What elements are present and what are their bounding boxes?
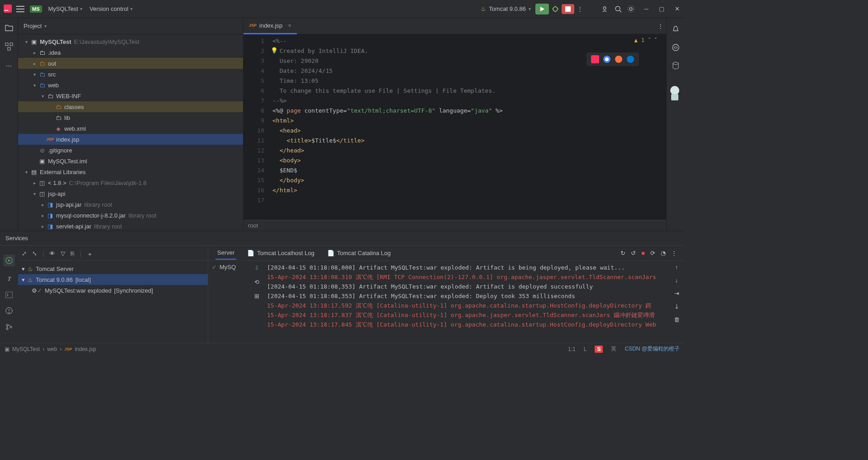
editor-breadcrumb[interactable]: root (243, 220, 666, 231)
tree-classes[interactable]: 🗀classes (18, 101, 243, 112)
chevron-down-icon[interactable]: ▾ (31, 72, 38, 77)
add-service-icon[interactable]: ＋ (87, 250, 93, 258)
ime-label[interactable]: 英 (611, 345, 616, 353)
tab-catalina-log[interactable]: 📄Tomcat Catalina Log (325, 247, 393, 259)
svc-tomcat-server[interactable]: ▾♨Tomcat Server (18, 263, 208, 274)
project-dropdown[interactable]: MySQLTest▾ (45, 4, 86, 14)
tree-webxml[interactable]: ◈web.xml (18, 123, 243, 134)
chevron-down-icon[interactable]: ▾ (31, 191, 38, 196)
tree-jar[interactable]: ▸◨mysql-connector-j-8.2.0.jarlibrary roo… (18, 210, 243, 221)
chevron-down-icon[interactable]: ▾ (22, 276, 25, 283)
problems-icon[interactable] (5, 307, 13, 314)
expand-all-icon[interactable]: ⤢ (22, 250, 27, 258)
inspection-badge[interactable]: ▲1˄˅ (634, 37, 657, 43)
scroll-down-icon[interactable]: ↓ (675, 277, 678, 284)
tree-src[interactable]: ▾🗀src (18, 69, 243, 80)
tree-jar[interactable]: ▸◨servlet-api.jarlibrary root (18, 221, 243, 231)
tree-idea[interactable]: ▸🗀.idea (18, 47, 243, 58)
tab-more-icon[interactable]: ⋮ (655, 20, 666, 32)
tree-lib[interactable]: 🗀lib (18, 112, 243, 123)
rerun-debug-icon[interactable]: ↺ (631, 250, 636, 256)
terminal-icon[interactable] (5, 292, 13, 298)
vcs-dropdown[interactable]: Version control▾ (86, 4, 136, 14)
search-icon[interactable] (612, 3, 625, 15)
chevron-down-icon[interactable]: ▾ (22, 266, 25, 272)
tree-jar[interactable]: ▸◨jsp-api.jarlibrary root (18, 199, 243, 210)
collapse-all-icon[interactable]: ⤡ (32, 250, 37, 258)
restart-icon[interactable]: ⟳ (650, 250, 655, 256)
notifications-icon[interactable] (672, 25, 680, 33)
deploy-icon[interactable]: ⇩ (254, 265, 259, 271)
edge-icon[interactable] (626, 55, 634, 63)
tree-gitignore[interactable]: ⊘.gitignore (18, 145, 243, 156)
clear-icon[interactable]: 🗑 (674, 316, 680, 323)
more-svc-icon[interactable]: ⋮ (671, 250, 677, 256)
chevron-down-icon[interactable]: ▾ (31, 83, 38, 88)
tree-jdk[interactable]: ▸◫< 1.8 >C:\Program Files\Java\jdk-1.8 (18, 177, 243, 188)
settings-icon[interactable] (625, 3, 637, 15)
intellij-browser-icon[interactable] (591, 55, 599, 63)
services-run-icon[interactable] (3, 255, 15, 266)
chevron-right-icon[interactable]: ▸ (31, 180, 38, 185)
main-menu-icon[interactable] (16, 6, 24, 12)
tree-out[interactable]: ▸🗀out (18, 58, 243, 69)
ai-icon[interactable] (672, 43, 680, 52)
run-config-dropdown[interactable]: ♨Tomcat 9.0.86▾ (476, 4, 535, 14)
structure-tool-icon[interactable] (4, 42, 14, 52)
group-icon[interactable]: ⎘ (71, 250, 74, 258)
stop-button[interactable] (562, 4, 574, 14)
database-icon[interactable] (672, 62, 680, 70)
chevron-down-icon[interactable]: ▾ (23, 170, 30, 175)
scroll-up-icon[interactable]: ↑ (675, 264, 678, 270)
svc-tomcat-instance[interactable]: ▾♨Tomcat 9.0.86[local] (18, 274, 208, 285)
tree-web[interactable]: ▾🗀web (18, 80, 243, 90)
debug-button[interactable] (549, 3, 562, 15)
project-tool-icon[interactable] (4, 23, 14, 33)
text-icon[interactable]: 𝑇 (8, 275, 11, 283)
tab-localhost-log[interactable]: 📄Tomcat Localhost Log (245, 247, 316, 259)
chrome-icon[interactable] (603, 55, 611, 63)
refresh-icon[interactable]: ⟲ (254, 279, 259, 285)
code-with-me-icon[interactable] (599, 3, 612, 15)
vcs-icon[interactable] (5, 323, 13, 331)
up-icon[interactable]: ˄ (648, 37, 651, 43)
minimize-button[interactable]: ─ (643, 5, 650, 13)
close-tab-icon[interactable]: × (288, 22, 291, 29)
run-button[interactable] (535, 4, 549, 14)
show-icon[interactable]: 👁 (49, 250, 55, 258)
stop-svc-icon[interactable]: ■ (641, 250, 645, 256)
svc-artifact[interactable]: ⚙✓MySQLTest:war exploded[Synchronized] (18, 285, 208, 296)
editor-body[interactable]: 1234567891011121314151617 <%-- Created b… (243, 34, 666, 220)
tree-extlib[interactable]: ▾▤External Libraries (18, 166, 243, 177)
ime-widget[interactable]: S (595, 346, 603, 353)
down-icon[interactable]: ˅ (654, 37, 657, 43)
line-sep[interactable]: L (584, 346, 587, 352)
nav-breadcrumb[interactable]: ▣ MySQLTest› web› JSP index.jsp (5, 346, 96, 352)
tree-webinf[interactable]: ▾🗀WEB-INF (18, 90, 243, 101)
chevron-right-icon[interactable]: ▸ (39, 202, 46, 207)
chevron-right-icon[interactable]: ▸ (31, 50, 38, 55)
maximize-button[interactable]: ▢ (658, 5, 665, 13)
services-header[interactable]: Services (0, 231, 684, 246)
chevron-down-icon[interactable]: ▾ (39, 94, 46, 99)
rerun-icon[interactable]: ↻ (620, 250, 625, 256)
project-panel-header[interactable]: Project ▾ (18, 18, 243, 34)
tree-iml[interactable]: ▣MySQLTest.iml (18, 156, 243, 166)
filter-icon[interactable]: ▽ (61, 250, 65, 258)
intention-bulb-icon[interactable]: 💡 (271, 47, 278, 54)
more-tool-icon[interactable]: ⋯ (4, 61, 14, 71)
close-button[interactable]: ✕ (673, 5, 681, 13)
tree-jspapi[interactable]: ▾◫jsp-api (18, 188, 243, 199)
chevron-right-icon[interactable]: ▸ (39, 224, 46, 229)
soft-wrap-icon[interactable]: ⇥ (674, 290, 679, 297)
more-actions-icon[interactable]: ⋮ (574, 3, 586, 15)
tree-indexjsp[interactable]: JSPindex.jsp (18, 134, 243, 145)
dashboard-icon[interactable]: ◔ (661, 250, 666, 256)
chevron-right-icon[interactable]: ▸ (31, 61, 38, 66)
tab-server[interactable]: Server (215, 247, 236, 260)
editor-tab[interactable]: JSP index.jsp × (243, 18, 297, 34)
firefox-icon[interactable] (615, 55, 623, 63)
chevron-down-icon[interactable]: ▾ (23, 39, 30, 44)
caret-pos[interactable]: 1:1 (568, 346, 576, 352)
artifacts-icon[interactable]: ⊞ (254, 293, 259, 299)
